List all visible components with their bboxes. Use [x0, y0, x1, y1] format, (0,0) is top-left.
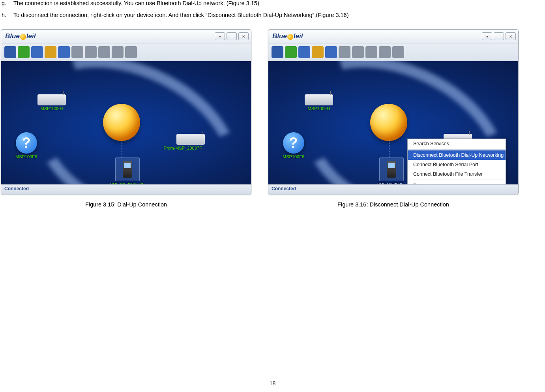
status-bar: Connected [1, 184, 251, 195]
question-icon: ? [283, 132, 304, 154]
device-phone[interactable]: SPF-W5200[☞™] [110, 158, 144, 184]
status-text: Connected [4, 186, 29, 191]
connection-line [122, 140, 122, 158]
help-icon[interactable]: ▾ [215, 32, 225, 40]
headset-icon[interactable] [125, 46, 137, 58]
ftp-icon[interactable] [45, 46, 56, 58]
router-icon [37, 94, 66, 105]
menu-delete[interactable]: Delete [408, 181, 506, 184]
sync-icon[interactable] [298, 46, 310, 58]
dun-icon[interactable] [18, 46, 30, 58]
instruction-letter: g. [2, 0, 13, 6]
minimize-icon[interactable]: — [494, 32, 504, 40]
question-icon: ? [16, 132, 37, 154]
print-icon[interactable] [339, 46, 350, 58]
menu-disconnect-dun[interactable]: Disconnect Bluetooth Dial-Up Networking [408, 150, 506, 160]
context-menu: Search Services Disconnect Bluetooth Dia… [407, 139, 506, 184]
brand-right: leil [294, 32, 303, 40]
service-toolbar [268, 43, 518, 61]
sun-icon [20, 34, 26, 40]
menu-separator [408, 180, 505, 180]
app-logo: Blue leil [272, 32, 303, 40]
av-icon[interactable] [379, 46, 391, 58]
app-logo: Blue leil [5, 32, 36, 40]
ftp-icon[interactable] [312, 46, 324, 58]
close-icon[interactable]: ✕ [238, 32, 249, 40]
router-icon [176, 134, 205, 145]
device-router-top[interactable]: MSP100FH [37, 94, 66, 111]
figure-caption: Figure 3.15: Dial-Up Connection [85, 201, 167, 208]
figure-316: Blue leil ▾ — ✕ [268, 29, 519, 208]
opp-icon[interactable] [58, 46, 70, 58]
menu-search-services[interactable]: Search Services [408, 139, 506, 148]
status-text: Connected [272, 186, 296, 191]
connection-line [389, 140, 390, 158]
menu-connect-file[interactable]: Connect Bluetooth File Transfer [408, 169, 506, 179]
sync-icon[interactable] [31, 46, 43, 58]
pan-icon[interactable] [4, 46, 16, 58]
window-buttons: ▾ — ✕ [482, 32, 516, 40]
brand-right: leil [26, 32, 36, 40]
pan-icon[interactable] [272, 46, 283, 58]
local-device-orb[interactable] [370, 104, 407, 141]
bluesoleil-window: Blue leil ▾ — ✕ [268, 29, 519, 195]
headset-icon[interactable] [392, 46, 404, 58]
brand-left: Blue [5, 32, 20, 40]
close-icon[interactable]: ✕ [506, 32, 516, 40]
device-phone[interactable]: SPF-W5200[... [377, 158, 406, 184]
minimize-icon[interactable]: — [227, 32, 237, 40]
window-buttons: ▾ — ✕ [215, 32, 249, 40]
fax-icon[interactable] [365, 46, 377, 58]
device-label: MSP100F6 [15, 154, 37, 159]
phone-icon [123, 161, 132, 178]
local-device-orb[interactable] [103, 104, 140, 141]
hid-icon[interactable] [352, 46, 364, 58]
device-label: MSP100FH [308, 106, 330, 111]
device-unknown[interactable]: ? MSP100F6 [15, 132, 37, 159]
fax-icon[interactable] [98, 46, 110, 58]
menu-connect-serial[interactable]: Connect Bluetooth Serial Port [408, 160, 506, 169]
service-toolbar [1, 43, 251, 61]
titlebar: Blue leil ▾ — ✕ [268, 30, 518, 43]
phone-selection [115, 158, 140, 181]
router-icon [305, 94, 333, 105]
figure-315: Blue leil ▾ — ✕ [1, 29, 251, 208]
instruction-text: The connection is established successful… [13, 0, 545, 6]
av-icon[interactable] [112, 46, 124, 58]
device-unknown[interactable]: ? MSP100F6 [283, 132, 304, 159]
phone-selection [379, 158, 404, 181]
sun-icon [287, 34, 293, 40]
print-icon[interactable] [71, 46, 83, 58]
opp-icon[interactable] [325, 46, 337, 58]
menu-separator [408, 149, 505, 150]
device-router-top[interactable]: MSP100FH [305, 94, 333, 111]
device-label: SPF-W5200[... [377, 182, 406, 184]
instruction-g: g. The connection is established success… [2, 0, 545, 6]
device-canvas: MSP100FH ? MSP100F6 SPF-W5200[... Search… [268, 61, 518, 184]
dun-icon[interactable] [285, 46, 297, 58]
instruction-text: To disconnect the connection, right-clic… [13, 12, 545, 18]
help-icon[interactable]: ▾ [482, 32, 492, 40]
device-label: MSP100FH [41, 106, 63, 111]
status-bar: Connected [268, 184, 518, 195]
phone-icon [387, 161, 396, 178]
device-label: SPF-W5200[☞™] [110, 182, 144, 184]
instruction-letter: h. [2, 12, 13, 18]
page-number: 18 [0, 380, 545, 386]
figure-caption: Figure 3.16: Disconnect Dial-Up Connecti… [337, 201, 449, 208]
device-label: MSP100F6 [283, 154, 304, 159]
brand-left: Blue [272, 32, 287, 40]
bluesoleil-window: Blue leil ▾ — ✕ [1, 29, 251, 195]
device-canvas: MSP100FH ? MSP100F6 Prom-MSP_20097F SPF-… [1, 61, 251, 184]
device-label: Prom-MSP_20097F [163, 146, 202, 150]
instruction-list: g. The connection is established success… [0, 0, 545, 18]
hid-icon[interactable] [85, 46, 97, 58]
instruction-h: h. To disconnect the connection, right-c… [2, 12, 545, 18]
device-router-right[interactable]: Prom-MSP_20097F [176, 134, 205, 150]
titlebar: Blue leil ▾ — ✕ [1, 30, 251, 43]
